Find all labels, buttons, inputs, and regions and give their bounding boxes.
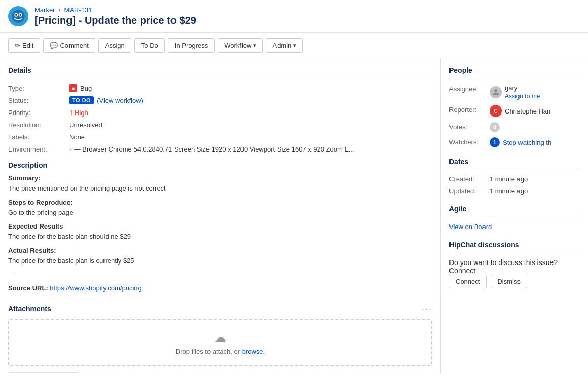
attachment-thumbnail[interactable]: Set up your store, pick a plan later by …: [8, 372, 79, 374]
edit-icon: ✏: [15, 42, 20, 49]
reporter-label: Reporter:: [449, 105, 490, 117]
assign-button[interactable]: Assign: [98, 38, 131, 53]
view-workflow-link[interactable]: (View workflow): [97, 97, 143, 104]
summary-heading: Summary:: [8, 174, 432, 182]
workflow-button[interactable]: Workflow: [218, 38, 263, 53]
dates-title: Dates: [449, 158, 580, 169]
main-layout: Details Type: ■ Bug Status: TO DO (View …: [0, 58, 588, 373]
steps-text: Go to the pricing page: [8, 208, 432, 218]
expected-text: The price for the basic plan should ne $…: [8, 232, 432, 242]
people-title: People: [449, 66, 580, 78]
created-value: 1 minute ago: [490, 175, 580, 183]
type-label: Type:: [8, 84, 69, 92]
reporter-value: C Christophe Han: [490, 105, 580, 117]
summary-block: Summary: The price mentioned on the pric…: [8, 174, 432, 194]
breadcrumb-issue[interactable]: MAR-131: [64, 6, 92, 14]
description-divider: —: [8, 271, 432, 278]
details-title: Details: [8, 66, 432, 78]
actual-text: The price for the basic plan is currentl…: [8, 256, 432, 266]
watchers-label: Watchers:: [449, 137, 490, 147]
svg-point-0: [12, 10, 24, 22]
dismiss-button[interactable]: Dismiss: [491, 275, 527, 288]
actual-heading: Actual Results:: [8, 247, 432, 254]
priority-arrow-icon: ↑: [69, 108, 73, 117]
todo-button[interactable]: To Do: [134, 38, 165, 53]
sidebar: People Assignee: gary Assign to me Repor…: [441, 58, 588, 373]
hipchat-title: HipChat discussions: [449, 241, 580, 252]
comment-button[interactable]: 💬 Comment: [43, 38, 95, 53]
breadcrumb: Marker / MAR-131: [34, 6, 196, 14]
hipchat-buttons: Connect Dismiss: [449, 275, 580, 288]
source-url-link[interactable]: https://www.shopify.com/pricing: [50, 284, 141, 292]
resolution-label: Resolution:: [8, 121, 69, 129]
attachments-header: Attachments ···: [8, 304, 432, 314]
source-label: Source URL:: [8, 284, 48, 292]
hipchat-section: HipChat discussions Do you want to discu…: [449, 241, 580, 288]
assignee-label: Assignee:: [449, 84, 490, 100]
votes-label: Votes:: [449, 122, 490, 132]
priority-label: Priority:: [8, 108, 69, 117]
drop-zone[interactable]: ☁ Drop files to attach, or browse.: [8, 319, 432, 366]
svg-point-4: [19, 14, 21, 16]
updated-value: 1 minute ago: [490, 187, 580, 195]
header: Marker / MAR-131 [Pricing] - Update the …: [0, 0, 588, 33]
environment-value: › — Browser Chrome 54.0.2840.71 Screen S…: [69, 145, 432, 153]
watchers-badge: 1: [490, 137, 500, 147]
upload-icon: ☁: [19, 330, 421, 345]
created-label: Created:: [449, 175, 490, 183]
description-title: Description: [8, 161, 432, 169]
description-section: Description Summary: The price mentioned…: [8, 161, 432, 293]
details-section: Details Type: ■ Bug Status: TO DO (View …: [8, 66, 432, 153]
labels-label: Labels:: [8, 133, 69, 141]
agile-section: Agile View on Board: [449, 205, 580, 231]
breadcrumb-project[interactable]: Marker: [34, 6, 55, 14]
connect-button[interactable]: Connect: [449, 275, 487, 288]
summary-text: The price mentioned on the pricing page …: [8, 183, 432, 194]
expected-block: Expected Results The price for the basic…: [8, 222, 432, 242]
expected-heading: Expected Results: [8, 222, 432, 230]
attachments-section: Attachments ··· ☁ Drop files to attach, …: [8, 304, 432, 374]
content-area: Details Type: ■ Bug Status: TO DO (View …: [0, 58, 441, 373]
assignee-name: gary: [505, 84, 540, 92]
steps-heading: Steps to Reproduce:: [8, 199, 432, 206]
watchers-value: 1 Stop watching th: [490, 137, 580, 147]
in-progress-button[interactable]: In Progress: [168, 38, 215, 53]
priority-value: ↑ High: [69, 108, 432, 117]
attachments-menu-button[interactable]: ···: [422, 304, 432, 314]
admin-button[interactable]: Admin: [266, 38, 303, 53]
chevron-right-icon: ›: [69, 146, 71, 152]
assign-to-me-link[interactable]: Assign to me: [505, 93, 540, 100]
dates-section: Dates Created: 1 minute ago Updated: 1 m…: [449, 158, 580, 195]
source-url-block: Source URL: https://www.shopify.com/pric…: [8, 283, 432, 293]
status-value: TO DO (View workflow): [69, 96, 432, 104]
status-label: Status:: [8, 96, 69, 104]
steps-block: Steps to Reproduce: Go to the pricing pa…: [8, 199, 432, 218]
edit-button[interactable]: ✏ Edit: [8, 38, 40, 53]
votes-badge: 0: [490, 122, 500, 132]
toolbar: ✏ Edit 💬 Comment Assign To Do In Progres…: [0, 33, 588, 58]
status-badge: TO DO: [69, 96, 94, 104]
type-value: ■ Bug: [69, 84, 432, 92]
stop-watching-link[interactable]: Stop watching th: [503, 139, 551, 146]
drop-text: Drop files to attach, or: [176, 348, 242, 355]
browse-link[interactable]: browse.: [242, 348, 265, 355]
issue-title: [Pricing] - Update the price to $29: [34, 15, 196, 26]
labels-value: None: [69, 133, 432, 141]
people-grid: Assignee: gary Assign to me Reporter: C …: [449, 84, 580, 147]
votes-value: 0: [490, 122, 580, 132]
attachments-title: Attachments: [8, 305, 51, 313]
resolution-value: Unresolved: [69, 121, 432, 129]
details-grid: Type: ■ Bug Status: TO DO (View workflow…: [8, 84, 432, 153]
assignee-avatar: [490, 86, 502, 98]
environment-label: Environment:: [8, 145, 69, 153]
app-logo: [8, 6, 28, 26]
dates-grid: Created: 1 minute ago Updated: 1 minute …: [449, 175, 580, 195]
agile-title: Agile: [449, 205, 580, 216]
comment-icon: 💬: [50, 42, 58, 49]
view-board-link[interactable]: View on Board: [449, 223, 492, 231]
hipchat-text: Do you want to discuss this issue? Conne…: [449, 258, 580, 275]
reporter-avatar: C: [490, 105, 502, 117]
updated-label: Updated:: [449, 187, 490, 195]
assignee-value: gary Assign to me: [490, 84, 580, 100]
bug-icon: ■: [69, 84, 77, 92]
